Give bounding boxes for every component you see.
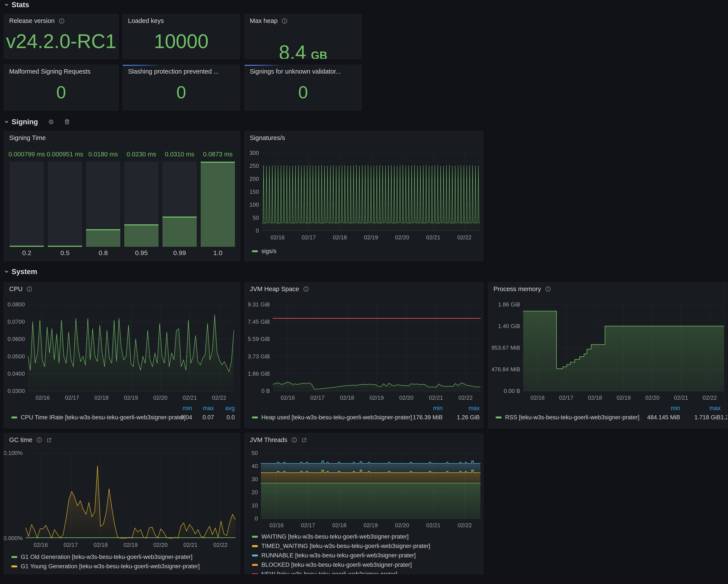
svg-text:0.2: 0.2	[22, 249, 31, 256]
panel-cpu[interactable]: CPU 02/1602/1702/1802/1902/2002/2102/220…	[4, 282, 240, 428]
legend-stat-value: 176.39 MiB	[406, 414, 443, 421]
legend-label[interactable]: CPU Time IRate [teku-w3s-besu-teku-goerl…	[21, 414, 186, 421]
svg-text:02/21: 02/21	[183, 395, 197, 401]
svg-text:02/22: 02/22	[213, 542, 228, 548]
legend-stat-value: 1.718 GiB	[680, 414, 721, 421]
legend-stat-header[interactable]: min	[640, 405, 680, 412]
svg-text:0: 0	[255, 515, 258, 522]
panel-title-text: Signings for unknown validator...	[250, 68, 341, 75]
legend-item[interactable]: G1 Old Generation [teku-w3s-besu-teku-go…	[11, 552, 236, 562]
svg-text:02/16: 02/16	[270, 234, 285, 241]
legend-label[interactable]: RUNNABLE [teku-w3s-besu-teku-goerli-web3…	[261, 552, 416, 559]
legend-label[interactable]: WAITING [teku-w3s-besu-teku-goerli-web3s…	[261, 533, 409, 540]
cpu-legend: minmaxavgCPU Time IRate [teku-w3s-besu-t…	[11, 404, 235, 422]
svg-text:02/22: 02/22	[459, 395, 473, 401]
info-icon[interactable]	[58, 18, 64, 24]
section-header-signing[interactable]: Signing	[5, 117, 70, 127]
svg-text:0.0400: 0.0400	[7, 371, 25, 377]
svg-text:0.8: 0.8	[99, 249, 108, 256]
info-icon[interactable]	[282, 18, 288, 24]
legend-item[interactable]: CPU Time IRate [teku-w3s-besu-teku-goerl…	[11, 412, 235, 422]
panel-signing-time[interactable]: Signing Time 0.000799 ms0.20.000951 ms0.…	[4, 131, 240, 261]
panel-max-heap[interactable]: Max heap 8.4GB	[244, 14, 362, 59]
section-header-system[interactable]: System	[5, 267, 37, 277]
stat-value: 0	[244, 77, 362, 108]
legend-label[interactable]: TIMED_WAITING [teku-w3s-besu-teku-goerli…	[261, 543, 430, 550]
legend-label[interactable]: Heap used [teku-w3s-besu-teku-goerli-web…	[261, 414, 412, 421]
section-label: Signing	[11, 118, 38, 126]
svg-text:0.0180 ms: 0.0180 ms	[88, 151, 118, 158]
panel-process-memory[interactable]: Process memory 02/1602/1702/1802/1902/20…	[488, 282, 727, 428]
legend-label[interactable]: G1 Young Generation [teku-w3s-besu-teku-…	[21, 563, 200, 570]
svg-text:0.95: 0.95	[135, 249, 148, 256]
legend-item[interactable]: RSS [teku-w3s-besu-teku-goerli-web3signe…	[496, 412, 727, 422]
svg-text:0.0800: 0.0800	[7, 301, 25, 308]
legend-label[interactable]: BLOCKED [teku-w3s-besu-teku-goerli-web3s…	[261, 561, 412, 568]
legend-item[interactable]: WAITING [teku-w3s-besu-teku-goerli-web3s…	[252, 532, 480, 541]
panel-signatures[interactable]: Signatures/s 02/1602/1702/1802/1902/2002…	[244, 131, 484, 261]
panel-jvm-threads[interactable]: JVM Threads 02/1602/1702/1802/1902/2002/…	[244, 433, 484, 574]
svg-text:300: 300	[250, 150, 259, 156]
stat-value: 10000	[123, 26, 240, 56]
panel-title[interactable]: Malformed Signing Requests	[9, 68, 90, 75]
panel-title[interactable]: Release version	[9, 17, 64, 24]
panel-slashing-prevented[interactable]: Slashing protection prevented ... 0	[123, 65, 240, 110]
section-header-stats[interactable]: Stats	[5, 0, 29, 9]
svg-text:02/17: 02/17	[310, 395, 324, 401]
panel-title[interactable]: Max heap	[250, 17, 288, 24]
svg-text:02/18: 02/18	[332, 522, 346, 529]
legend-item[interactable]: BLOCKED [teku-w3s-besu-teku-goerli-web3s…	[252, 560, 480, 569]
trash-icon[interactable]	[64, 118, 70, 125]
legend-stat-header[interactable]: max	[443, 405, 480, 412]
svg-text:02/18: 02/18	[94, 542, 108, 548]
svg-text:02/19: 02/19	[123, 542, 137, 548]
svg-text:0.99: 0.99	[173, 249, 186, 256]
jvm-threads-legend: WAITING [teku-w3s-besu-teku-goerli-web3s…	[252, 532, 480, 574]
panel-jvm-heap[interactable]: JVM Heap Space 02/1602/1702/1802/1902/20…	[244, 282, 484, 428]
svg-text:50: 50	[253, 214, 259, 221]
legend-item[interactable]: NEW [teku-w3s-besu-teku-goerli-web3signe…	[252, 569, 480, 574]
legend-stat-header[interactable]: avg	[214, 405, 235, 412]
legend-stat-header[interactable]: min	[406, 405, 443, 412]
panel-title[interactable]: Slashing protection prevented ...	[128, 68, 219, 75]
panel-title[interactable]: Loaded keys	[128, 17, 164, 24]
svg-text:02/20: 02/20	[154, 542, 168, 548]
svg-text:02/18: 02/18	[94, 395, 108, 401]
legend-stat-header[interactable]: max	[680, 405, 721, 412]
legend-label[interactable]: G1 Old Generation [teku-w3s-besu-teku-go…	[21, 554, 192, 560]
legend-label[interactable]: NEW [teku-w3s-besu-teku-goerli-web3signe…	[261, 571, 397, 574]
panel-title-text: Max heap	[250, 17, 278, 24]
svg-text:02/18: 02/18	[588, 395, 602, 401]
legend-item[interactable]: RUNNABLE [teku-w3s-besu-teku-goerli-web3…	[252, 551, 480, 560]
panel-release-version[interactable]: Release version v24.2.0-RC1	[4, 14, 119, 59]
signatures-chart[interactable]: 02/1602/1702/1802/1902/2002/2102/2205010…	[244, 131, 484, 261]
panel-gc-time[interactable]: GC time 02/1602/1702/1802/1902/2002/2102…	[4, 433, 240, 574]
gear-icon[interactable]	[48, 118, 55, 125]
svg-text:02/20: 02/20	[395, 234, 409, 241]
panel-loading-bar	[123, 65, 160, 66]
panel-title[interactable]: Signings for unknown validator...	[250, 68, 341, 75]
panel-malformed-requests[interactable]: Malformed Signing Requests 0	[4, 65, 119, 110]
legend-swatch	[252, 545, 258, 547]
legend-item[interactable]: G1 Young Generation [teku-w3s-besu-teku-…	[11, 562, 236, 571]
panel-unknown-validator[interactable]: Signings for unknown validator... 0	[244, 65, 362, 110]
legend-item[interactable]: Heap used [teku-w3s-besu-teku-goerli-web…	[252, 412, 480, 422]
svg-text:0.0600: 0.0600	[7, 336, 25, 342]
legend-stat-header[interactable]: max	[192, 405, 214, 412]
svg-text:0.00 B: 0.00 B	[504, 388, 520, 394]
legend-label[interactable]: sigs/s	[261, 248, 277, 255]
legend-swatch	[496, 416, 501, 418]
legend-label[interactable]: RSS [teku-w3s-besu-teku-goerli-web3signe…	[505, 414, 639, 421]
stat-value: v24.2.0-RC1	[4, 26, 118, 56]
panel-loaded-keys[interactable]: Loaded keys 10000	[123, 14, 240, 59]
legend-stat-header[interactable]: min	[170, 405, 192, 412]
svg-text:0.0230 ms: 0.0230 ms	[127, 151, 156, 158]
gc-time-legend: G1 Old Generation [teku-w3s-besu-teku-go…	[11, 552, 236, 571]
legend-item[interactable]: TIMED_WAITING [teku-w3s-besu-teku-goerli…	[252, 541, 480, 551]
svg-text:02/20: 02/20	[395, 522, 409, 529]
svg-text:0.000951 ms: 0.000951 ms	[47, 151, 83, 158]
legend-item[interactable]: sigs/s	[252, 247, 480, 256]
signing-time-bar-gauge[interactable]: 0.000799 ms0.20.000951 ms0.50.0180 ms0.8…	[4, 131, 240, 261]
legend-stat-value: 0.0	[214, 414, 235, 421]
legend-swatch	[11, 565, 17, 567]
